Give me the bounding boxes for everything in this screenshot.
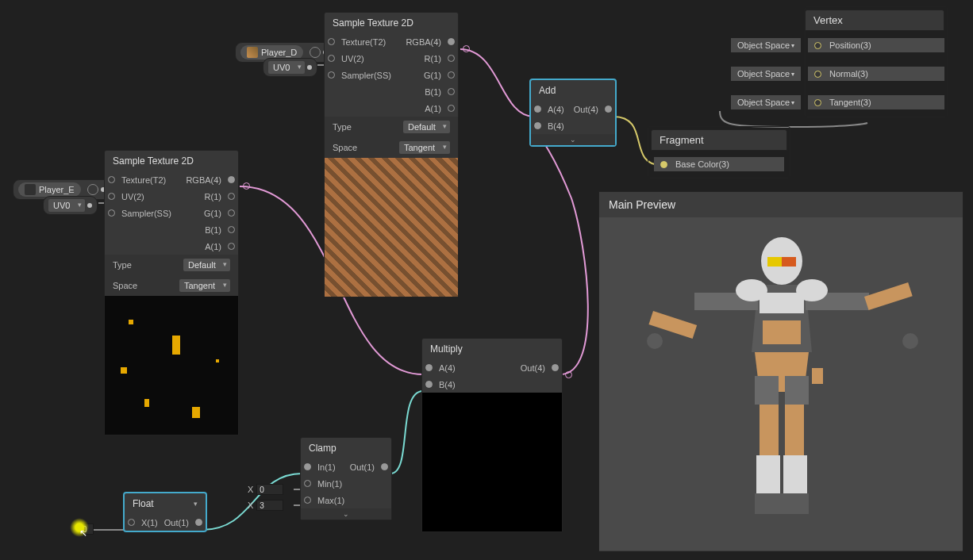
node-title: Multiply [422,339,562,359]
object-picker-icon[interactable] [310,47,321,58]
space-select[interactable]: Tangent [179,279,230,292]
node-sample-texture-2d-a[interactable]: Sample Texture 2D Texture(T2)RGBA(4) UV(… [324,12,459,297]
svg-rect-8 [785,405,804,460]
vertex-row-normal[interactable]: Normal(3) [808,67,944,81]
uv-select[interactable]: UV0 [48,199,85,212]
field-min[interactable]: X [248,484,283,495]
node-title: Float [133,498,154,509]
svg-point-20 [902,333,918,349]
svg-rect-12 [782,493,809,514]
type-select[interactable]: Default [403,121,450,133]
property-label: Player_D [261,48,297,57]
vertex-row-tangent[interactable]: Tangent(3) [808,95,944,109]
svg-rect-5 [755,376,779,405]
chevron-down-icon[interactable]: ▾ [194,500,198,508]
property-label: Player_E [39,185,75,194]
node-sample-texture-2d-b[interactable]: Sample Texture 2D Texture(T2)RGBA(4) UV(… [104,150,239,435]
node-preview [105,296,238,435]
space-select[interactable]: Tangent [399,141,450,154]
node-add[interactable]: Add A(4)Out(4) B(4) ⌄ [530,79,616,146]
min-input[interactable] [256,484,283,495]
svg-rect-11 [755,493,782,514]
svg-rect-3 [760,293,804,313]
svg-point-19 [647,333,663,349]
property-uv0-a[interactable]: UV0 [263,58,317,77]
node-clamp[interactable]: Clamp In(1)Out(1) Min(1) Max(1) ⌄ [300,437,392,520]
node-title: Clamp [301,438,391,458]
space-chip[interactable]: Object Space▾ [731,38,801,52]
node-title: Add [531,80,615,101]
field-max[interactable]: X [248,500,283,511]
svg-rect-16 [864,282,913,310]
node-float[interactable]: Float▾ X(1)Out(1) [124,493,206,531]
svg-rect-2 [767,257,782,267]
node-multiply[interactable]: Multiply A(4)Out(4) B(4) [421,338,563,532]
svg-rect-9 [756,455,780,495]
node-preview [325,158,458,297]
output-port-rgba[interactable] [243,182,250,190]
vertex-header: Vertex [805,10,944,31]
node-title: Sample Texture 2D [325,13,458,33]
object-picker-icon[interactable] [87,184,98,195]
collapse-toggle[interactable]: ⌄ [531,134,615,145]
port-out-icon[interactable] [307,65,312,70]
property-uv0-b[interactable]: UV0 [43,196,98,215]
node-preview [422,393,562,531]
port-out-icon[interactable] [87,203,92,208]
fragment-header: Fragment [651,129,787,151]
character-model [599,217,963,550]
main-preview-panel[interactable]: Main Preview [598,191,963,552]
space-chip[interactable]: Object Space▾ [731,67,801,81]
svg-point-18 [796,279,828,301]
vertex-row-position[interactable]: Position(3) [808,38,944,52]
output-port-rgba[interactable] [463,45,470,52]
max-input[interactable] [256,500,283,511]
space-chip[interactable]: Object Space▾ [731,95,801,109]
output-port[interactable] [565,371,572,378]
uv-select[interactable]: UV0 [268,61,305,74]
svg-rect-7 [760,405,779,460]
cursor-highlight [70,518,89,537]
preview-title: Main Preview [599,192,963,217]
svg-rect-10 [783,455,807,495]
svg-rect-22 [812,368,823,384]
node-title: Sample Texture 2D [105,151,238,171]
svg-rect-4 [763,320,801,344]
type-select[interactable]: Default [183,259,230,271]
svg-point-17 [736,279,767,301]
preview-viewport[interactable] [599,217,963,550]
fragment-row-basecolor[interactable]: Base Color(3) [654,157,784,171]
collapse-toggle[interactable]: ⌄ [301,508,391,520]
svg-rect-6 [785,376,809,405]
